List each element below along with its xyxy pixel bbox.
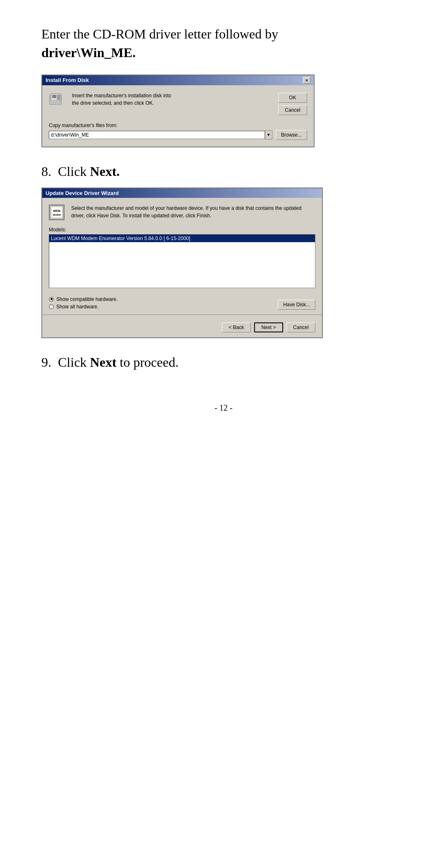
install-path-textbox[interactable]: d:\driver\Win_ME	[49, 131, 265, 139]
show-compatible-radio-row[interactable]: Show compatible hardware.	[49, 296, 118, 302]
wizard-model-item-selected[interactable]: Lucent WDM Modem Enumerator Version 5.84…	[49, 235, 315, 242]
wizard-models-label: Models:	[49, 227, 315, 233]
install-dialog-titlebar: Install From Disk ×	[42, 75, 314, 85]
install-from-disk-dialog: Install From Disk × Insert the manufactu…	[41, 75, 315, 147]
install-buttons: OK Cancel	[278, 93, 307, 115]
step9-text: Click Next to proceed.	[58, 355, 178, 370]
wizard-body: WDM MODEM Select the manufacturer and mo…	[42, 198, 322, 337]
wizard-dialog: Update Device Driver Wizard WDM MODEM Se…	[41, 188, 323, 338]
install-top-row: Insert the manufacturer's installation d…	[49, 92, 307, 115]
install-dialog-title: Install From Disk	[46, 77, 89, 83]
install-browse-button[interactable]: Browse...	[276, 130, 307, 140]
install-dialog-close-button[interactable]: ×	[303, 77, 310, 84]
svg-text:WDM: WDM	[53, 209, 60, 212]
intro-paragraph: Enter the CD-ROM driver letter followed …	[41, 25, 406, 62]
svg-rect-2	[52, 95, 56, 98]
install-path-label: Copy manufacturer's files from:	[49, 123, 307, 128]
wizard-next-button[interactable]: Next >	[254, 322, 283, 332]
intro-line1: Enter the CD-ROM driver letter followed …	[41, 26, 278, 41]
install-path-combo[interactable]: d:\driver\Win_ME ▼	[49, 130, 272, 139]
wizard-radio-group: Show compatible hardware. Show all hardw…	[49, 296, 118, 310]
install-cancel-button[interactable]: Cancel	[278, 105, 307, 115]
install-path-row: Copy manufacturer's files from: d:\drive…	[49, 120, 307, 140]
install-message: Insert the manufacturer's installation d…	[72, 92, 272, 107]
wizard-cancel-button[interactable]: Cancel	[286, 322, 315, 332]
install-dialog-body: Insert the manufacturer's installation d…	[42, 85, 314, 147]
show-all-radio-row[interactable]: Show all hardware.	[49, 304, 118, 310]
wizard-top-section: WDM MODEM Select the manufacturer and mo…	[42, 198, 322, 227]
wizard-back-button[interactable]: < Back	[222, 322, 251, 332]
svg-rect-8	[51, 207, 62, 218]
step9-number: 9.	[41, 355, 51, 370]
show-compatible-label: Show compatible hardware.	[56, 296, 118, 302]
page-number: - 12 -	[41, 403, 406, 413]
show-compatible-radio[interactable]	[49, 297, 54, 302]
wizard-footer: < Back Next > Cancel	[42, 319, 322, 337]
install-path-input-row: d:\driver\Win_ME ▼ Browse...	[49, 130, 307, 140]
svg-rect-3	[57, 95, 60, 100]
svg-rect-4	[53, 100, 59, 103]
show-all-label: Show all hardware.	[56, 304, 99, 310]
radio-dot	[50, 298, 53, 300]
disk-icon	[49, 92, 65, 107]
intro-section: Enter the CD-ROM driver letter followed …	[41, 25, 406, 62]
step8-number: 8.	[41, 164, 51, 179]
wizard-options-row: Show compatible hardware. Show all hardw…	[42, 293, 322, 315]
install-ok-button[interactable]: OK	[278, 93, 307, 103]
wdm-icon-svg: WDM MODEM	[50, 205, 64, 219]
step8-header: 8. Click Next.	[41, 164, 406, 179]
wizard-models-listbox[interactable]: Lucent WDM Modem Enumerator Version 5.84…	[49, 234, 315, 288]
show-all-radio[interactable]	[49, 304, 54, 309]
wizard-divider	[42, 315, 322, 315]
have-disk-button[interactable]: Have Disk...	[278, 300, 315, 310]
step9-header: 9. Click Next to proceed.	[41, 355, 406, 370]
wizard-models-section: Models: Lucent WDM Modem Enumerator Vers…	[42, 227, 322, 293]
wizard-description: Select the manufacturer and model of you…	[71, 204, 315, 219]
wizard-title: Update Device Driver Wizard	[46, 190, 119, 196]
step8-text: Click Next.	[58, 164, 120, 179]
svg-text:MODEM: MODEM	[53, 214, 60, 216]
wizard-titlebar: Update Device Driver Wizard	[42, 188, 322, 198]
install-path-dropdown-arrow[interactable]: ▼	[265, 130, 272, 139]
intro-line2: driver\Win_ME.	[41, 45, 136, 60]
wdm-icon: WDM MODEM	[49, 204, 65, 220]
